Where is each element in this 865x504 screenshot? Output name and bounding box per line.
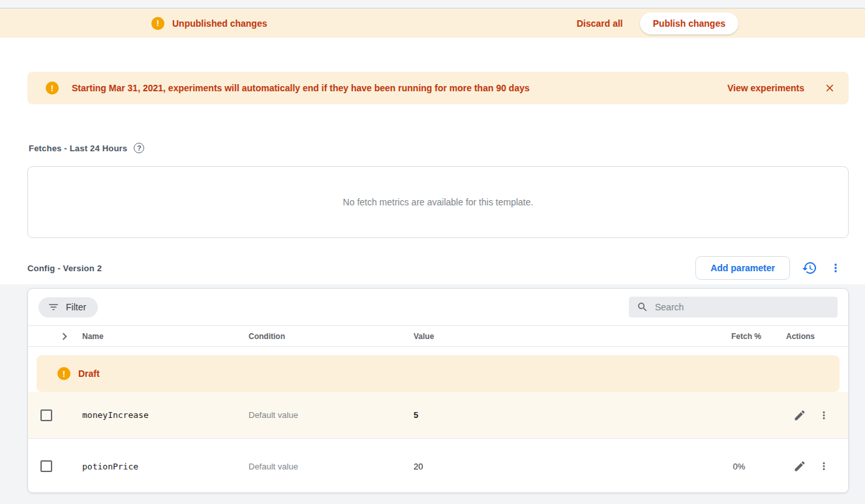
parameter-condition: Default value [249,410,414,420]
parameters-table-card: Filter Name Condition Value Fetch % Acti… [27,288,849,493]
row-checkbox[interactable] [40,460,52,472]
column-header-value: Value [414,332,717,341]
table-row[interactable]: moneyIncrease Default value 5 [28,392,848,439]
remote-config-page: ! Unpublished changes Discard all Publis… [0,0,865,504]
close-icon[interactable] [824,82,836,94]
search-box[interactable] [629,297,838,318]
fetch-empty-message: No fetch metrics are available for this … [343,197,534,207]
edit-pencil-icon[interactable] [793,409,806,422]
draft-label: Draft [78,368,100,379]
parameter-condition: Default value [249,462,414,471]
table-header-row: Name Condition Value Fetch % Actions [28,325,848,347]
notice-message: Starting Mar 31, 2021, experiments will … [72,83,530,93]
parameter-name: potionPrice [82,462,249,471]
row-overflow-menu-icon[interactable] [818,409,830,421]
version-history-icon[interactable] [802,260,817,276]
filter-label: Filter [66,302,86,312]
fetch-metrics-card: No fetch metrics are available for this … [27,166,849,238]
row-overflow-menu-icon[interactable] [818,460,830,472]
alert-icon: ! [46,82,59,95]
column-header-condition: Condition [249,332,414,341]
column-header-actions: Actions [761,332,849,341]
fetches-title: Fetches - Last 24 Hours [29,143,127,153]
experiments-notice-banner: ! Starting Mar 31, 2021, experiments wil… [27,72,849,104]
table-toolbar: Filter [28,289,848,325]
config-section-header: Config - Version 2 Add parameter [27,256,849,280]
config-overflow-menu-icon[interactable] [829,261,842,274]
publish-changes-button[interactable]: Publish changes [640,12,738,35]
top-chrome-strip [0,0,865,8]
alert-icon: ! [151,17,164,30]
expand-all-chevron-icon[interactable] [57,329,72,344]
parameter-name: moneyIncrease [82,410,249,420]
alert-icon: ! [57,367,70,380]
unpublished-changes-bar: ! Unpublished changes Discard all Publis… [0,8,865,38]
config-title: Config - Version 2 [27,263,102,273]
unpublished-changes-label: Unpublished changes [172,18,267,29]
draft-section-banner: ! Draft [37,355,840,392]
table-row[interactable]: potionPrice Default value 20 0% [28,439,848,493]
edit-pencil-icon[interactable] [793,460,806,473]
help-icon[interactable]: ? [134,143,144,153]
column-header-fetch: Fetch % [717,332,761,341]
row-checkbox[interactable] [40,409,52,421]
column-header-name: Name [82,332,249,341]
parameter-value: 20 [414,462,717,471]
parameter-value: 5 [414,410,717,420]
add-parameter-button[interactable]: Add parameter [695,256,790,280]
search-input[interactable] [655,302,830,312]
view-experiments-link[interactable]: View experiments [727,83,804,93]
filter-button[interactable]: Filter [38,297,98,318]
discard-all-button[interactable]: Discard all [577,18,623,29]
search-icon [637,301,648,313]
filter-icon [48,301,59,313]
fetches-section-header: Fetches - Last 24 Hours ? [29,143,144,153]
parameter-fetch-percent: 0% [717,462,761,471]
